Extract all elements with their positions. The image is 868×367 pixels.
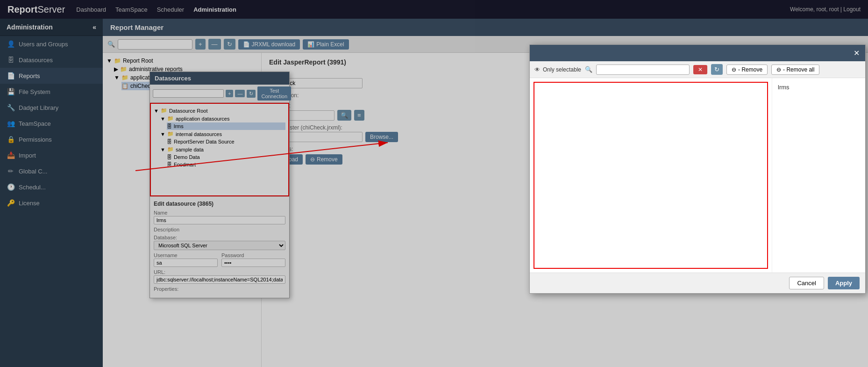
dialog-box: ✕ 👁 Only selectable 🔍 ✕ ↻ ⊖ - Remove ⊖ -…	[529, 44, 866, 294]
dialog-header: ✕	[530, 45, 865, 61]
dialog-search-icon: 🔍	[585, 66, 592, 73]
cancel-button[interactable]: Cancel	[789, 277, 824, 289]
eye-icon: 👁	[534, 66, 540, 73]
apply-button[interactable]: Apply	[828, 277, 860, 289]
dialog-clear-btn[interactable]: ✕	[693, 65, 707, 74]
dialog-right-panel: lrms	[772, 78, 865, 273]
dialog-refresh-btn[interactable]: ↻	[711, 64, 723, 75]
dialog-close-button[interactable]: ✕	[854, 49, 860, 58]
dialog-search-input[interactable]	[596, 65, 690, 75]
dialog-right-item: lrms	[776, 82, 861, 93]
dialog-toolbar: 👁 Only selectable 🔍 ✕ ↻ ⊖ - Remove ⊖ - R…	[530, 61, 865, 78]
minus-all-icon: ⊖	[776, 66, 781, 73]
dialog-overlay: ✕ 👁 Only selectable 🔍 ✕ ↻ ⊖ - Remove ⊖ -…	[0, 0, 868, 367]
remove-all-button-dialog[interactable]: ⊖ - Remove all	[771, 65, 819, 75]
remove-button-dialog[interactable]: ⊖ - Remove	[726, 65, 768, 75]
minus-icon: ⊖	[732, 66, 736, 73]
dialog-left-panel	[534, 82, 768, 269]
dialog-content: lrms	[530, 78, 865, 273]
dialog-footer: Cancel Apply	[530, 273, 865, 293]
only-selectable-label: 👁 Only selectable	[534, 66, 581, 73]
